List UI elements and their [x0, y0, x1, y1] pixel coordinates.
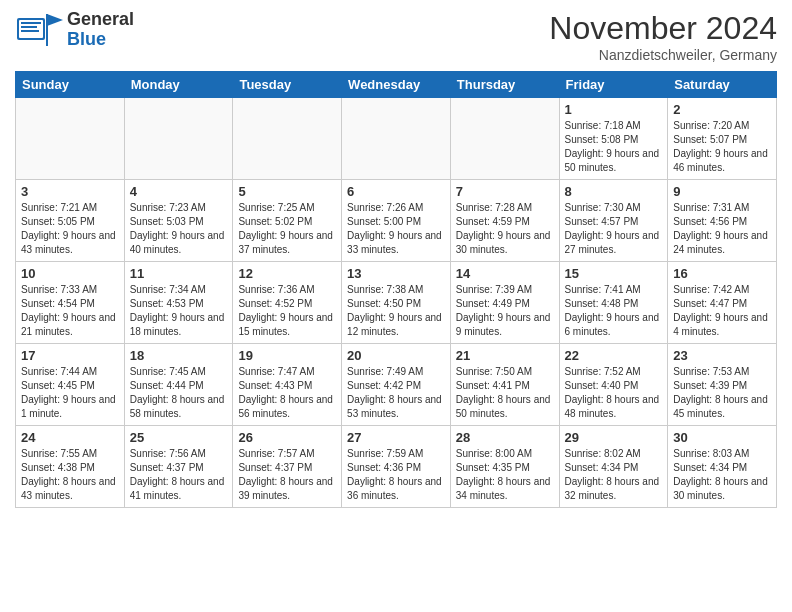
calendar-cell: 20Sunrise: 7:49 AM Sunset: 4:42 PM Dayli… [342, 344, 451, 426]
day-info: Sunrise: 7:39 AM Sunset: 4:49 PM Dayligh… [456, 283, 554, 339]
day-number: 30 [673, 430, 771, 445]
header-wednesday: Wednesday [342, 72, 451, 98]
day-info: Sunrise: 8:00 AM Sunset: 4:35 PM Dayligh… [456, 447, 554, 503]
day-info: Sunrise: 7:55 AM Sunset: 4:38 PM Dayligh… [21, 447, 119, 503]
calendar-cell: 3Sunrise: 7:21 AM Sunset: 5:05 PM Daylig… [16, 180, 125, 262]
day-number: 16 [673, 266, 771, 281]
calendar-cell: 17Sunrise: 7:44 AM Sunset: 4:45 PM Dayli… [16, 344, 125, 426]
day-number: 18 [130, 348, 228, 363]
calendar-cell [124, 98, 233, 180]
svg-marker-5 [47, 14, 63, 26]
header-thursday: Thursday [450, 72, 559, 98]
day-info: Sunrise: 7:49 AM Sunset: 4:42 PM Dayligh… [347, 365, 445, 421]
calendar-cell: 10Sunrise: 7:33 AM Sunset: 4:54 PM Dayli… [16, 262, 125, 344]
logo-text-block: General Blue [67, 10, 134, 50]
month-title: November 2024 [549, 10, 777, 47]
day-number: 23 [673, 348, 771, 363]
title-block: November 2024 Nanzdietschweiler, Germany [549, 10, 777, 63]
page-header: General Blue November 2024 Nanzdietschwe… [15, 10, 777, 63]
calendar-cell: 14Sunrise: 7:39 AM Sunset: 4:49 PM Dayli… [450, 262, 559, 344]
header-sunday: Sunday [16, 72, 125, 98]
day-info: Sunrise: 8:03 AM Sunset: 4:34 PM Dayligh… [673, 447, 771, 503]
day-info: Sunrise: 7:50 AM Sunset: 4:41 PM Dayligh… [456, 365, 554, 421]
calendar-cell: 22Sunrise: 7:52 AM Sunset: 4:40 PM Dayli… [559, 344, 668, 426]
day-info: Sunrise: 7:23 AM Sunset: 5:03 PM Dayligh… [130, 201, 228, 257]
day-info: Sunrise: 7:59 AM Sunset: 4:36 PM Dayligh… [347, 447, 445, 503]
header-tuesday: Tuesday [233, 72, 342, 98]
day-number: 11 [130, 266, 228, 281]
calendar-cell [342, 98, 451, 180]
calendar-cell: 15Sunrise: 7:41 AM Sunset: 4:48 PM Dayli… [559, 262, 668, 344]
day-info: Sunrise: 7:41 AM Sunset: 4:48 PM Dayligh… [565, 283, 663, 339]
calendar-cell: 28Sunrise: 8:00 AM Sunset: 4:35 PM Dayli… [450, 426, 559, 508]
day-number: 8 [565, 184, 663, 199]
day-info: Sunrise: 7:20 AM Sunset: 5:07 PM Dayligh… [673, 119, 771, 175]
day-number: 15 [565, 266, 663, 281]
calendar-cell: 8Sunrise: 7:30 AM Sunset: 4:57 PM Daylig… [559, 180, 668, 262]
day-info: Sunrise: 7:28 AM Sunset: 4:59 PM Dayligh… [456, 201, 554, 257]
day-number: 14 [456, 266, 554, 281]
day-info: Sunrise: 7:18 AM Sunset: 5:08 PM Dayligh… [565, 119, 663, 175]
header-saturday: Saturday [668, 72, 777, 98]
calendar-cell [16, 98, 125, 180]
day-number: 12 [238, 266, 336, 281]
svg-rect-2 [21, 22, 41, 24]
day-number: 7 [456, 184, 554, 199]
day-number: 5 [238, 184, 336, 199]
day-number: 9 [673, 184, 771, 199]
day-info: Sunrise: 7:25 AM Sunset: 5:02 PM Dayligh… [238, 201, 336, 257]
day-info: Sunrise: 7:56 AM Sunset: 4:37 PM Dayligh… [130, 447, 228, 503]
day-number: 4 [130, 184, 228, 199]
day-number: 27 [347, 430, 445, 445]
day-number: 19 [238, 348, 336, 363]
day-info: Sunrise: 7:53 AM Sunset: 4:39 PM Dayligh… [673, 365, 771, 421]
calendar-cell [450, 98, 559, 180]
weekday-header-row: Sunday Monday Tuesday Wednesday Thursday… [16, 72, 777, 98]
calendar-cell: 30Sunrise: 8:03 AM Sunset: 4:34 PM Dayli… [668, 426, 777, 508]
day-info: Sunrise: 7:38 AM Sunset: 4:50 PM Dayligh… [347, 283, 445, 339]
logo-icon [15, 10, 63, 50]
logo-general: General [67, 10, 134, 30]
calendar-cell: 21Sunrise: 7:50 AM Sunset: 4:41 PM Dayli… [450, 344, 559, 426]
calendar-week-4: 24Sunrise: 7:55 AM Sunset: 4:38 PM Dayli… [16, 426, 777, 508]
logo: General Blue [15, 10, 134, 50]
day-info: Sunrise: 7:21 AM Sunset: 5:05 PM Dayligh… [21, 201, 119, 257]
calendar-cell: 9Sunrise: 7:31 AM Sunset: 4:56 PM Daylig… [668, 180, 777, 262]
calendar-cell: 11Sunrise: 7:34 AM Sunset: 4:53 PM Dayli… [124, 262, 233, 344]
day-number: 2 [673, 102, 771, 117]
day-number: 28 [456, 430, 554, 445]
day-info: Sunrise: 7:57 AM Sunset: 4:37 PM Dayligh… [238, 447, 336, 503]
calendar-cell: 19Sunrise: 7:47 AM Sunset: 4:43 PM Dayli… [233, 344, 342, 426]
calendar-cell: 29Sunrise: 8:02 AM Sunset: 4:34 PM Dayli… [559, 426, 668, 508]
day-info: Sunrise: 7:31 AM Sunset: 4:56 PM Dayligh… [673, 201, 771, 257]
calendar-cell [233, 98, 342, 180]
calendar-cell: 26Sunrise: 7:57 AM Sunset: 4:37 PM Dayli… [233, 426, 342, 508]
calendar-cell: 16Sunrise: 7:42 AM Sunset: 4:47 PM Dayli… [668, 262, 777, 344]
day-info: Sunrise: 7:26 AM Sunset: 5:00 PM Dayligh… [347, 201, 445, 257]
day-info: Sunrise: 7:42 AM Sunset: 4:47 PM Dayligh… [673, 283, 771, 339]
day-info: Sunrise: 7:45 AM Sunset: 4:44 PM Dayligh… [130, 365, 228, 421]
calendar-cell: 6Sunrise: 7:26 AM Sunset: 5:00 PM Daylig… [342, 180, 451, 262]
calendar-cell: 27Sunrise: 7:59 AM Sunset: 4:36 PM Dayli… [342, 426, 451, 508]
svg-rect-4 [21, 30, 39, 32]
location: Nanzdietschweiler, Germany [549, 47, 777, 63]
header-friday: Friday [559, 72, 668, 98]
day-number: 10 [21, 266, 119, 281]
day-number: 13 [347, 266, 445, 281]
day-number: 1 [565, 102, 663, 117]
svg-rect-3 [21, 26, 37, 28]
day-number: 6 [347, 184, 445, 199]
calendar-cell: 5Sunrise: 7:25 AM Sunset: 5:02 PM Daylig… [233, 180, 342, 262]
day-info: Sunrise: 7:34 AM Sunset: 4:53 PM Dayligh… [130, 283, 228, 339]
calendar-week-1: 3Sunrise: 7:21 AM Sunset: 5:05 PM Daylig… [16, 180, 777, 262]
day-info: Sunrise: 8:02 AM Sunset: 4:34 PM Dayligh… [565, 447, 663, 503]
calendar-cell: 4Sunrise: 7:23 AM Sunset: 5:03 PM Daylig… [124, 180, 233, 262]
calendar-week-0: 1Sunrise: 7:18 AM Sunset: 5:08 PM Daylig… [16, 98, 777, 180]
header-monday: Monday [124, 72, 233, 98]
calendar-cell: 2Sunrise: 7:20 AM Sunset: 5:07 PM Daylig… [668, 98, 777, 180]
calendar-cell: 1Sunrise: 7:18 AM Sunset: 5:08 PM Daylig… [559, 98, 668, 180]
logo-blue: Blue [67, 30, 134, 50]
day-info: Sunrise: 7:30 AM Sunset: 4:57 PM Dayligh… [565, 201, 663, 257]
calendar-cell: 18Sunrise: 7:45 AM Sunset: 4:44 PM Dayli… [124, 344, 233, 426]
day-number: 22 [565, 348, 663, 363]
